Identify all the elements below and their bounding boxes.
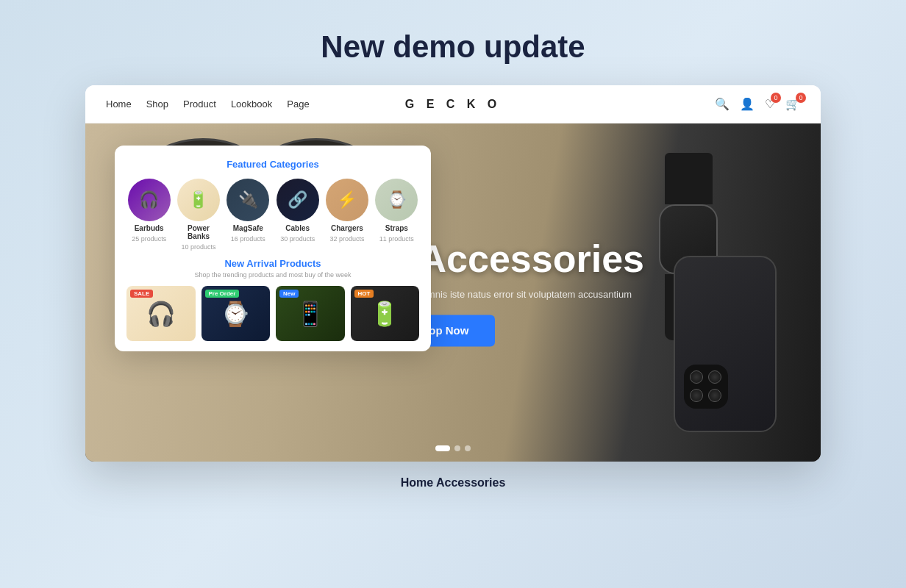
cables-count: 30 products: [280, 235, 315, 243]
straps-icon: ⌚: [375, 179, 418, 221]
search-icon[interactable]: 🔍: [715, 97, 730, 111]
cables-label: Cables: [285, 224, 310, 232]
chargers-count: 32 products: [329, 235, 364, 243]
page-title: New demo update: [321, 29, 585, 65]
category-cables[interactable]: 🔗 Cables 30 products: [275, 179, 320, 251]
earbuds-count: 25 products: [132, 235, 166, 243]
nav-lookbook[interactable]: Lookbook: [231, 98, 272, 110]
camera-lens-4: [708, 389, 721, 402]
wishlist-badge: 0: [771, 93, 781, 103]
cart-icon[interactable]: 🛒 0: [785, 97, 800, 111]
nav-product[interactable]: Product: [183, 98, 216, 110]
powerbanks-count: 10 products: [181, 243, 215, 251]
category-powerbanks[interactable]: 🔋 Power Banks 10 products: [176, 179, 221, 251]
nav-links: Home Shop Product Lookbook Page: [106, 98, 310, 110]
category-magsafe[interactable]: 🔌 MagSafe 16 products: [226, 179, 271, 251]
category-straps[interactable]: ⌚ Straps 11 products: [374, 179, 419, 251]
badge-sale: SALE: [130, 290, 153, 298]
dot-3[interactable]: [465, 445, 471, 451]
cart-badge: 0: [796, 93, 806, 103]
slider-dots: [435, 445, 471, 451]
new-arrivals-title: New Arrival Products: [126, 258, 419, 269]
nav-icons: 🔍 👤 ♡ 0 🛒 0: [715, 97, 800, 111]
magsafe-label: MagSafe: [233, 224, 263, 232]
categories-row: 🎧 Earbuds 25 products 🔋 Power Banks 10 p…: [126, 179, 419, 251]
badge-hot: HOT: [354, 290, 374, 298]
product-battery[interactable]: HOT 🔋: [351, 286, 420, 341]
powerbanks-label: Power Banks: [176, 224, 221, 240]
account-icon[interactable]: 👤: [740, 97, 755, 111]
phone-decoration: [674, 256, 777, 432]
dot-1[interactable]: [435, 445, 450, 451]
brand-logo[interactable]: G E C K O: [405, 98, 501, 111]
phone-body: [674, 256, 777, 432]
products-row: SALE 🎧 Pre Order ⌚ New 📱 HOT 🔋: [126, 286, 419, 341]
product-watch[interactable]: Pre Order ⌚: [201, 286, 271, 341]
dot-2[interactable]: [454, 445, 460, 451]
browser-window: Home Shop Product Lookbook Page G E C K …: [85, 85, 821, 462]
camera-lens-3: [690, 389, 703, 402]
featured-categories-title: Featured Categories: [126, 159, 419, 170]
camera-lens-2: [708, 370, 721, 384]
earbuds-icon: 🎧: [128, 179, 171, 221]
straps-count: 11 products: [379, 235, 414, 243]
category-chargers[interactable]: ⚡ Chargers 32 products: [324, 179, 369, 251]
earbuds-label: Earbuds: [135, 224, 164, 232]
wishlist-icon[interactable]: ♡ 0: [765, 97, 775, 111]
chargers-icon: ⚡: [326, 179, 368, 221]
camera-lens-1: [690, 370, 703, 384]
magsafe-count: 16 products: [231, 235, 265, 243]
badge-preorder: Pre Order: [205, 290, 240, 298]
powerbanks-icon: 🔋: [177, 179, 220, 221]
camera-bump: [684, 365, 728, 409]
navbar: Home Shop Product Lookbook Page G E C K …: [85, 85, 821, 123]
featured-popup: Featured Categories 🎧 Earbuds 25 product…: [115, 146, 431, 351]
cables-icon: 🔗: [277, 179, 319, 221]
product-headphone[interactable]: SALE 🎧: [126, 286, 196, 341]
product-case[interactable]: New 📱: [276, 286, 345, 341]
category-earbuds[interactable]: 🎧 Earbuds 25 products: [126, 179, 171, 251]
new-arrivals-subtitle: Shop the trending products and most buy …: [126, 271, 419, 279]
nav-page[interactable]: Page: [287, 98, 309, 110]
nav-shop[interactable]: Shop: [146, 98, 168, 110]
bottom-label: Home Accessories: [401, 476, 506, 490]
badge-new: New: [279, 290, 299, 298]
straps-label: Straps: [385, 224, 408, 232]
chargers-label: Chargers: [331, 224, 363, 232]
nav-home[interactable]: Home: [106, 98, 132, 110]
magsafe-icon: 🔌: [226, 179, 269, 221]
watch-band-top: [665, 153, 713, 204]
hero-section: e Accessories is unde omnis iste natus e…: [85, 123, 821, 462]
